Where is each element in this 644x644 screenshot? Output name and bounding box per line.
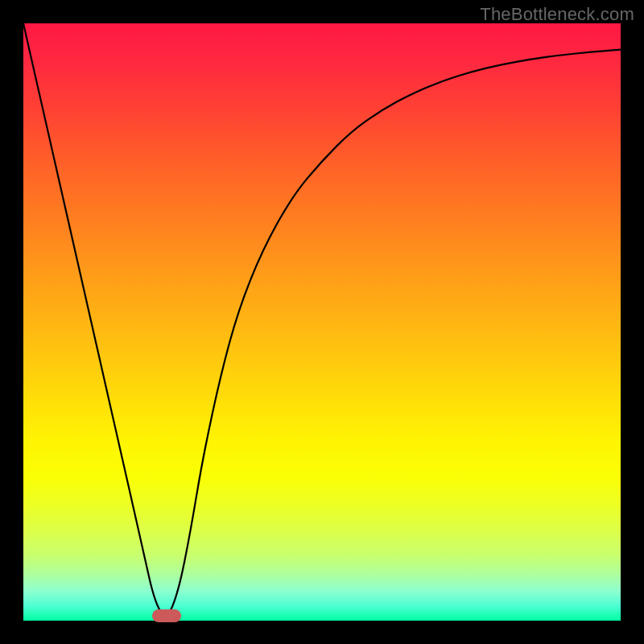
bottleneck-curve [23, 23, 621, 615]
chart-frame: TheBottleneck.com [0, 0, 644, 644]
watermark-text: TheBottleneck.com [480, 4, 634, 25]
minimum-marker [152, 609, 181, 622]
plot-area [23, 23, 621, 621]
curve-svg [23, 23, 621, 621]
